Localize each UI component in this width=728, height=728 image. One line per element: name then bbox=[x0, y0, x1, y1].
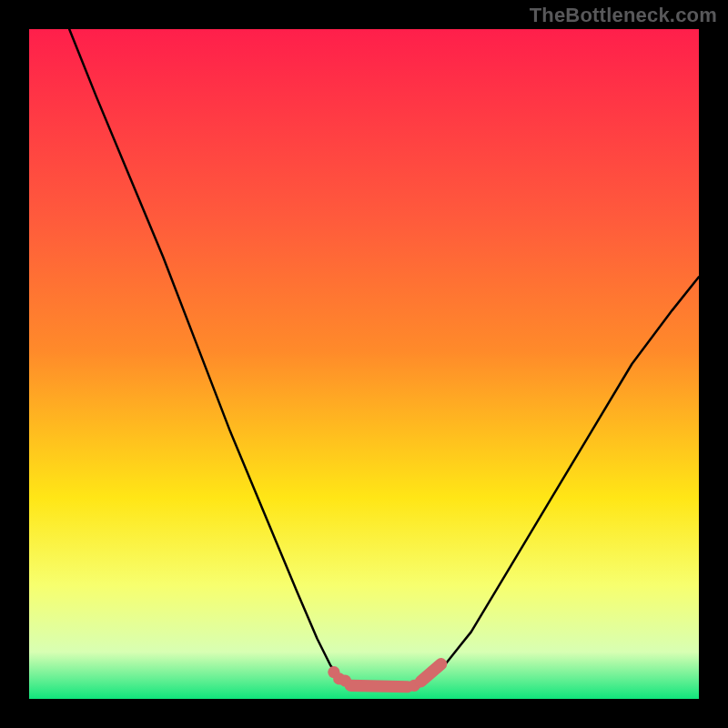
watermark-text: TheBottleneck.com bbox=[530, 4, 717, 27]
bottleneck-chart bbox=[0, 0, 728, 728]
curve-marker-capsule bbox=[350, 685, 408, 686]
chart-gradient-area bbox=[29, 29, 699, 699]
chart-stage: TheBottleneck.com bbox=[0, 0, 728, 728]
